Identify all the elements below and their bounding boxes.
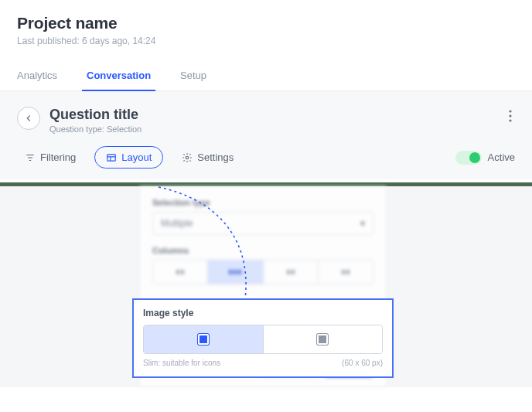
tab-conversation[interactable]: Conversation bbox=[87, 62, 151, 90]
selection-type-label: Selection type bbox=[152, 198, 373, 207]
question-title: Question title bbox=[49, 107, 506, 123]
image-style-hint-left: Slim: suitable for icons bbox=[143, 359, 220, 367]
image-style-section: Image style Slim: suitable for icons (60… bbox=[132, 298, 394, 378]
tab-analytics[interactable]: Analytics bbox=[17, 62, 57, 90]
main-tabs: Analytics Conversation Setup bbox=[0, 62, 532, 91]
image-style-full[interactable] bbox=[264, 325, 383, 353]
question-type: Question type: Selection bbox=[49, 124, 506, 134]
selection-type-select[interactable]: Multiple ▾ bbox=[152, 212, 373, 235]
project-title: Project name bbox=[17, 14, 515, 32]
svg-point-4 bbox=[186, 156, 189, 159]
image-style-label: Image style bbox=[143, 308, 383, 318]
svg-rect-3 bbox=[107, 154, 116, 160]
layout-icon bbox=[106, 152, 117, 163]
svg-point-1 bbox=[509, 114, 511, 117]
chevron-down-icon: ▾ bbox=[360, 218, 365, 229]
active-toggle[interactable] bbox=[455, 151, 482, 165]
filtering-button[interactable]: Filtering bbox=[17, 147, 84, 168]
tab-setup[interactable]: Setup bbox=[180, 62, 206, 90]
settings-button[interactable]: Settings bbox=[174, 147, 241, 168]
svg-point-2 bbox=[509, 119, 511, 121]
arrow-left-icon bbox=[23, 113, 34, 124]
settings-label: Settings bbox=[197, 152, 234, 163]
layout-button[interactable]: Layout bbox=[94, 146, 163, 169]
publish-status: Last published: 6 days ago, 14:24 bbox=[17, 36, 515, 46]
image-style-options bbox=[143, 325, 383, 354]
columns-picker bbox=[152, 260, 373, 284]
active-label: Active bbox=[488, 152, 515, 163]
columns-option-2[interactable] bbox=[208, 260, 263, 284]
back-button[interactable] bbox=[17, 107, 40, 130]
more-vertical-icon bbox=[509, 110, 512, 122]
image-style-hint-right: (60 x 60 px) bbox=[342, 359, 383, 367]
filter-icon bbox=[25, 152, 36, 163]
columns-option-3[interactable] bbox=[264, 260, 319, 284]
columns-label: Columns bbox=[152, 246, 373, 255]
square-icon bbox=[198, 334, 209, 345]
columns-option-1[interactable] bbox=[153, 260, 208, 284]
layout-label: Layout bbox=[121, 152, 152, 163]
svg-point-0 bbox=[509, 110, 511, 112]
selection-type-value: Multiple bbox=[161, 218, 193, 229]
more-menu-button[interactable] bbox=[506, 107, 515, 128]
filtering-label: Filtering bbox=[40, 152, 76, 163]
columns-option-4[interactable] bbox=[319, 260, 373, 284]
gear-icon bbox=[182, 152, 193, 163]
square-icon bbox=[317, 334, 328, 345]
image-style-slim[interactable] bbox=[144, 325, 264, 353]
